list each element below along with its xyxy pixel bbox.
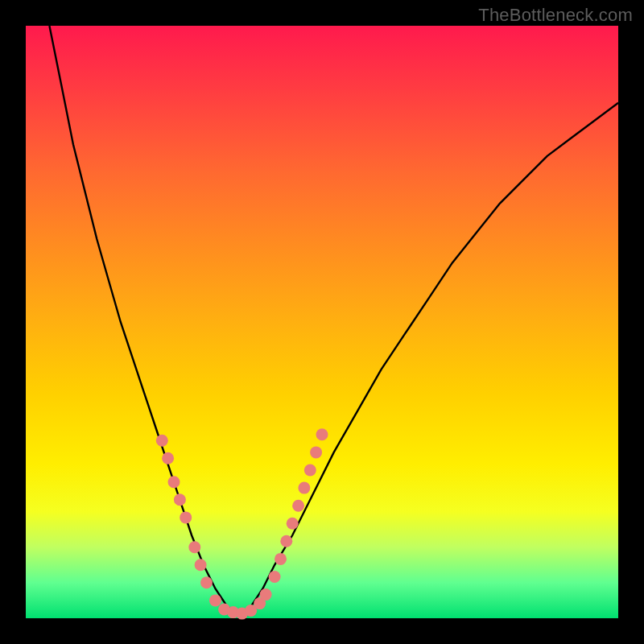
marker-dot xyxy=(292,500,304,512)
marker-group xyxy=(156,428,328,619)
marker-dot xyxy=(275,553,287,565)
marker-dot xyxy=(287,518,299,530)
marker-dot xyxy=(200,576,213,588)
marker-dot xyxy=(162,452,174,464)
marker-dot xyxy=(188,541,200,553)
marker-dot xyxy=(174,493,186,506)
chart-frame: TheBottleneck.com xyxy=(0,0,644,644)
marker-dot xyxy=(156,435,168,447)
marker-dot xyxy=(209,594,221,606)
marker-dot xyxy=(316,428,328,440)
marker-dot xyxy=(168,476,180,488)
marker-dot xyxy=(180,511,192,523)
watermark-text: TheBottleneck.com xyxy=(478,5,633,26)
marker-dot xyxy=(195,559,207,571)
marker-dot xyxy=(304,464,316,477)
bottleneck-curve xyxy=(49,26,618,615)
plot-area xyxy=(26,26,618,618)
marker-dot xyxy=(310,446,322,458)
marker-dot xyxy=(298,482,310,494)
marker-dot xyxy=(280,535,292,547)
marker-dot xyxy=(269,571,281,583)
curve-svg xyxy=(26,26,618,618)
marker-dot xyxy=(260,588,272,601)
